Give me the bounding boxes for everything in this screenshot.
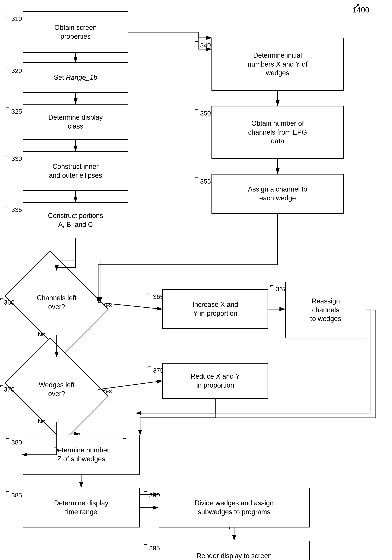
bracket-320: ⌐	[6, 62, 10, 70]
label-340: 340	[200, 42, 211, 49]
bracket-380: ⌐	[6, 435, 10, 442]
label-395: 395	[149, 544, 160, 552]
bracket-350: ⌐	[194, 106, 198, 113]
bracket-370: ⌐	[0, 382, 4, 389]
bracket-340: ⌐	[194, 38, 198, 45]
diamond-370: Wedges leftover?	[15, 357, 98, 422]
bracket-365: ⌐	[147, 289, 151, 297]
label-375: 375	[153, 367, 164, 374]
diagram-number-arrow: ↗	[354, 2, 360, 10]
bracket-360: ⌐	[0, 295, 4, 302]
bracket-325: ⌐	[6, 104, 10, 111]
label-380: 380	[11, 439, 22, 446]
box-380: Determine numberZ of subwedges	[23, 435, 140, 475]
bracket-380-right: ⌐	[123, 435, 126, 442]
bracket-390: ⌐	[143, 488, 147, 495]
yes-label-370: Yes	[102, 388, 112, 395]
box-310: Obtain screenproperties	[23, 11, 128, 53]
box-367: Reassignchannelsto wedges	[285, 282, 366, 339]
box-320: Set Range_1b	[23, 62, 128, 93]
box-330: Construct innerand outer ellipses	[23, 151, 128, 191]
label-325: 325	[11, 108, 22, 115]
no-label-370: No	[38, 418, 46, 425]
box-325: Determine displayclass	[23, 104, 128, 140]
label-350: 350	[200, 110, 211, 117]
label-365: 365	[153, 293, 164, 300]
bracket-310: ⌐	[6, 11, 10, 19]
bracket-375: ⌐	[147, 363, 151, 370]
bracket-330: ⌐	[6, 151, 10, 159]
no-label-360: No	[38, 331, 46, 338]
label-355: 355	[200, 178, 211, 185]
bracket-355: ⌐	[194, 174, 198, 181]
yes-label-360: Yes	[102, 301, 112, 309]
bracket-385: ⌐	[6, 488, 10, 495]
label-320: 320	[11, 67, 22, 74]
box-390: Divide wedges and assignsubwedges to pro…	[159, 488, 310, 528]
label-335: 335	[11, 206, 22, 213]
box-395: Render display to screen	[159, 541, 310, 560]
label-310: 310	[11, 15, 22, 22]
box-350: Obtain number ofchannels from EPGdata	[211, 106, 344, 159]
box-335: Construct portionsA, B, and C	[23, 202, 128, 238]
label-360: 360	[4, 299, 15, 306]
box-385: Determine displaytime range	[23, 488, 140, 528]
flowchart-diagram: 1400 ↗ Obtain screenproperties 310 ⌐ Set…	[0, 0, 392, 560]
bracket-395: ⌐	[143, 541, 147, 548]
box-355: Assign a channel toeach wedge	[211, 174, 344, 214]
label-330: 330	[11, 155, 22, 162]
box-365: Increase X andY in proportion	[163, 289, 268, 329]
diamond-360: Channels leftover?	[15, 270, 98, 335]
box-375: Reduce X and Yin proportion	[163, 363, 268, 399]
label-367: 367	[276, 285, 287, 293]
label-390: 390	[149, 491, 160, 499]
label-370: 370	[4, 386, 15, 393]
bracket-335: ⌐	[6, 202, 10, 210]
box-340: Determine initialnumbers X and Y ofwedge…	[211, 38, 344, 91]
label-385: 385	[11, 491, 22, 499]
bracket-367: ⌐	[270, 282, 274, 289]
